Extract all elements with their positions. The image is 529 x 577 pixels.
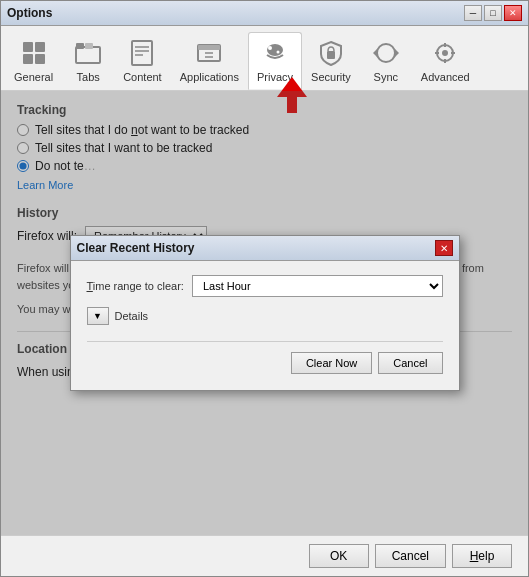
title-bar: Options ─ □ ✕ bbox=[1, 1, 528, 26]
security-icon bbox=[315, 37, 347, 69]
time-range-row: Time range to clear: Last Hour Last Two … bbox=[87, 275, 443, 297]
toolbar-item-applications[interactable]: Applications bbox=[171, 32, 248, 90]
toolbar: General Tabs Content bbox=[1, 26, 528, 91]
modal-buttons: Clear Now Cancel bbox=[87, 341, 443, 374]
ok-button[interactable]: OK bbox=[309, 544, 369, 568]
help-button[interactable]: Help bbox=[452, 544, 512, 568]
window-title: Options bbox=[7, 6, 52, 20]
modal-close-button[interactable]: ✕ bbox=[435, 240, 453, 256]
modal-overlay: Clear Recent History ✕ Time range to cle… bbox=[1, 91, 528, 535]
modal-content: Time range to clear: Last Hour Last Two … bbox=[71, 261, 459, 390]
advanced-label: Advanced bbox=[421, 71, 470, 83]
svg-point-22 bbox=[442, 50, 448, 56]
details-toggle-button[interactable]: ▼ bbox=[87, 307, 109, 325]
svg-rect-18 bbox=[327, 51, 335, 59]
toolbar-item-advanced[interactable]: Advanced bbox=[412, 32, 479, 90]
modal-title: Clear Recent History bbox=[77, 241, 195, 255]
modal-cancel-button[interactable]: Cancel bbox=[378, 352, 442, 374]
details-label: Details bbox=[115, 310, 149, 322]
title-bar-controls: ─ □ ✕ bbox=[464, 5, 522, 21]
security-label: Security bbox=[311, 71, 351, 83]
toolbar-item-security[interactable]: Security bbox=[302, 32, 360, 90]
bottom-bar: OK Cancel Help bbox=[1, 535, 528, 576]
details-row: ▼ Details bbox=[87, 307, 443, 325]
minimize-button[interactable]: ─ bbox=[464, 5, 482, 21]
clear-history-modal: Clear Recent History ✕ Time range to cle… bbox=[70, 235, 460, 391]
advanced-icon bbox=[429, 37, 461, 69]
svg-marker-20 bbox=[373, 49, 377, 57]
general-label: General bbox=[14, 71, 53, 83]
privacy-icon bbox=[259, 37, 291, 69]
time-range-select[interactable]: Last Hour Last Two Hours Last Four Hours… bbox=[192, 275, 443, 297]
clear-now-button[interactable]: Clear Now bbox=[291, 352, 372, 374]
sync-label: Sync bbox=[374, 71, 398, 83]
modal-title-bar: Clear Recent History ✕ bbox=[71, 236, 459, 261]
maximize-button[interactable]: □ bbox=[484, 5, 502, 21]
svg-point-17 bbox=[277, 51, 280, 54]
svg-rect-6 bbox=[85, 43, 93, 49]
toolbar-item-general[interactable]: General bbox=[5, 32, 62, 90]
svg-point-15 bbox=[267, 44, 283, 56]
tabs-label: Tabs bbox=[77, 71, 100, 83]
main-content: Tracking Tell sites that I do not want t… bbox=[1, 91, 528, 535]
svg-rect-12 bbox=[198, 45, 220, 50]
content-icon bbox=[126, 37, 158, 69]
toolbar-item-content[interactable]: Content bbox=[114, 32, 171, 90]
svg-point-16 bbox=[268, 46, 272, 50]
close-button[interactable]: ✕ bbox=[504, 5, 522, 21]
svg-rect-0 bbox=[23, 42, 33, 52]
svg-marker-19 bbox=[395, 49, 399, 57]
svg-rect-5 bbox=[76, 43, 84, 49]
general-icon bbox=[18, 37, 50, 69]
svg-rect-4 bbox=[76, 47, 100, 63]
applications-icon bbox=[193, 37, 225, 69]
time-range-label: Time range to clear: bbox=[87, 280, 184, 292]
cancel-button[interactable]: Cancel bbox=[375, 544, 446, 568]
svg-rect-3 bbox=[35, 54, 45, 64]
svg-rect-1 bbox=[35, 42, 45, 52]
toolbar-item-tabs[interactable]: Tabs bbox=[62, 32, 114, 90]
options-window: Options ─ □ ✕ General bbox=[0, 0, 529, 577]
applications-label: Applications bbox=[180, 71, 239, 83]
sync-icon bbox=[370, 37, 402, 69]
toolbar-item-sync[interactable]: Sync bbox=[360, 32, 412, 90]
tabs-icon bbox=[72, 37, 104, 69]
content-label: Content bbox=[123, 71, 162, 83]
svg-rect-2 bbox=[23, 54, 33, 64]
svg-rect-7 bbox=[132, 41, 152, 65]
